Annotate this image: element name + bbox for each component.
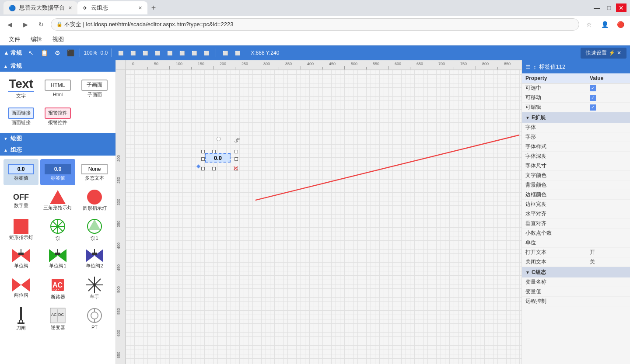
prop-valign-value[interactable] — [586, 223, 630, 225]
component-pump1[interactable]: 泵1 — [77, 215, 112, 244]
prop-varvalue-value[interactable] — [586, 291, 630, 293]
prop-fontdepth-value[interactable] — [586, 156, 630, 157]
component-square-ind[interactable]: 矩形指示灯 — [4, 215, 38, 244]
prop-remotecontrol-value[interactable] — [586, 301, 630, 302]
close-button[interactable]: ✕ — [616, 3, 626, 12]
tool-6[interactable]: ⬜ — [176, 47, 188, 59]
section-e-expand[interactable]: ▼ E扩展 — [522, 112, 630, 123]
maximize-button[interactable]: □ — [604, 3, 614, 12]
copy-button[interactable]: 📋 — [38, 47, 50, 59]
tool-3[interactable]: ⬜ — [140, 47, 151, 59]
component-page-link[interactable]: 画面链接 画面链接 — [4, 103, 38, 129]
component-text[interactable]: Text 文字 — [4, 75, 38, 101]
tool-7[interactable]: ⬜ — [189, 47, 200, 59]
component-tag-label[interactable]: 0.0 标签值 — [40, 159, 75, 185]
component-html[interactable]: HTML Html — [40, 75, 75, 101]
menu-view[interactable]: 视图 — [47, 34, 69, 45]
component-tag-value-selected[interactable]: 0.0 标签值 — [4, 159, 38, 185]
component-circle-ind[interactable]: 圆形指示灯 — [77, 187, 112, 214]
size-tool[interactable]: ⬜ — [220, 47, 231, 59]
extension-icon[interactable]: 🔴 — [614, 18, 626, 31]
component-alarm[interactable]: 报警控件 报警控件 — [40, 103, 75, 129]
profile-icon[interactable]: 👤 — [598, 18, 611, 31]
url-bar[interactable]: 🔒 不安全 | iot.idosp.net/html/scada/editor.… — [51, 18, 579, 31]
prop-fontstyle-value[interactable] — [586, 136, 630, 138]
handle-bc[interactable] — [212, 167, 216, 170]
prop-font-value[interactable] — [586, 127, 630, 128]
section-normal-header[interactable]: ▲ 常规 — [0, 60, 116, 72]
prop-textcolor-value[interactable] — [586, 175, 630, 177]
menu-edit[interactable]: 编辑 — [25, 34, 47, 45]
selected-widget[interactable]: 🖇 0.0 — [200, 142, 239, 173]
prop-bordercolor-value[interactable] — [586, 194, 630, 196]
menu-file[interactable]: 文件 — [4, 34, 25, 45]
component-breaker[interactable]: AC DC 断路器 — [40, 274, 75, 302]
select-tool-button[interactable]: ↖ — [25, 47, 37, 59]
prop-bgcolor-value[interactable] — [586, 184, 630, 186]
prop-movable-value[interactable] — [586, 94, 630, 102]
tab-1[interactable]: 🔵 思普云大数据平台 ✕ — [4, 1, 77, 14]
prop-fontsize-value[interactable] — [586, 165, 630, 167]
tool-8[interactable]: ⬜ — [201, 47, 212, 59]
quick-settings-button[interactable]: 快速设置 ⚡ ✕ — [581, 48, 626, 59]
prop-row-fontweight: 字体样式 — [522, 142, 630, 152]
prop-opentext-value[interactable]: 开 — [586, 248, 630, 257]
right-panel-sort-icon[interactable]: ↕ — [533, 64, 536, 70]
component-digital[interactable]: OFF 数字量 — [4, 187, 38, 214]
delete-handle-icon[interactable]: ✕ — [233, 164, 238, 173]
handle-tl[interactable] — [201, 150, 205, 153]
minimize-button[interactable]: — — [592, 3, 602, 12]
handle-ml[interactable] — [201, 157, 205, 161]
new-tab-button[interactable]: + — [147, 2, 160, 14]
size-tool2[interactable]: ⬜ — [232, 47, 243, 59]
tool-5[interactable]: ⬜ — [164, 47, 175, 59]
bookmark-icon[interactable]: ☆ — [583, 18, 595, 31]
tab-2[interactable]: ✈ 云组态 ✕ — [77, 1, 147, 14]
section-drawing-header[interactable]: ▼ 绘图 — [0, 133, 116, 144]
component-pump[interactable]: 泵 — [40, 215, 75, 244]
handle-bl[interactable] — [201, 167, 205, 170]
component-multistate[interactable]: None 多态文本 — [77, 159, 112, 185]
section-c-state[interactable]: ▼ C组态 — [522, 267, 630, 277]
tool-4[interactable]: ⬜ — [152, 47, 163, 59]
component-carhand[interactable]: 车手 — [77, 274, 112, 302]
inverter-label: 逆变器 — [51, 325, 65, 330]
component-inverter[interactable]: AC DC 逆变器 — [40, 304, 75, 333]
prop-borderwidth-label: 边框宽度 — [522, 200, 586, 209]
tab-1-close[interactable]: ✕ — [68, 5, 72, 11]
component-valve1a[interactable]: 单位阀1 — [40, 246, 75, 272]
component-knife[interactable]: 刀闸 — [4, 304, 38, 333]
prop-borderwidth-value[interactable] — [586, 204, 630, 205]
tool-2[interactable]: ⬜ — [127, 47, 139, 59]
component-pt[interactable]: PT — [77, 304, 112, 333]
settings-btn[interactable]: ⚙ — [52, 47, 63, 59]
prop-varname-value[interactable] — [586, 281, 630, 283]
connection-point[interactable]: ◆ — [196, 163, 200, 169]
prop-halign-value[interactable] — [586, 213, 630, 215]
canvas-content[interactable]: 🖇 0.0 — [126, 70, 522, 364]
widget-value-display[interactable]: 0.0 — [205, 153, 231, 163]
tool-1[interactable]: ⬜ — [115, 47, 126, 59]
prop-editable-value[interactable] — [586, 104, 630, 111]
prop-selectable-value[interactable] — [586, 84, 630, 92]
prop-unit-value[interactable] — [586, 242, 630, 244]
handle-mr[interactable] — [234, 157, 238, 161]
prop-fontweight-value[interactable] — [586, 146, 630, 148]
component-triangle-ind[interactable]: 三角形指示灯 — [40, 187, 75, 214]
rotate-handle[interactable] — [217, 137, 221, 141]
component-valve1b[interactable]: 单位阀2 — [77, 246, 112, 272]
link-handle-icon[interactable]: 🖇 — [234, 137, 240, 144]
component-valve[interactable]: 单位阀 — [4, 246, 38, 272]
component-valve2[interactable]: 两位阀 — [4, 274, 38, 302]
reload-button[interactable]: ↻ — [35, 18, 47, 31]
tab-2-close[interactable]: ✕ — [138, 5, 142, 11]
section-state-header[interactable]: ▲ 组态 — [0, 144, 116, 156]
align-btn[interactable]: ⬛ — [65, 47, 76, 59]
back-button[interactable]: ◀ — [4, 18, 16, 31]
handle-tr[interactable] — [234, 150, 238, 153]
forward-button[interactable]: ▶ — [19, 18, 32, 31]
prop-closetext-value[interactable]: 关 — [586, 257, 630, 267]
prop-decimals-value[interactable] — [586, 232, 630, 234]
component-subpage[interactable]: 子画面 子画面 — [77, 75, 112, 101]
canvas-area[interactable]: 0 50 100 150 200 250 300 350 400 450 500… — [116, 60, 522, 364]
